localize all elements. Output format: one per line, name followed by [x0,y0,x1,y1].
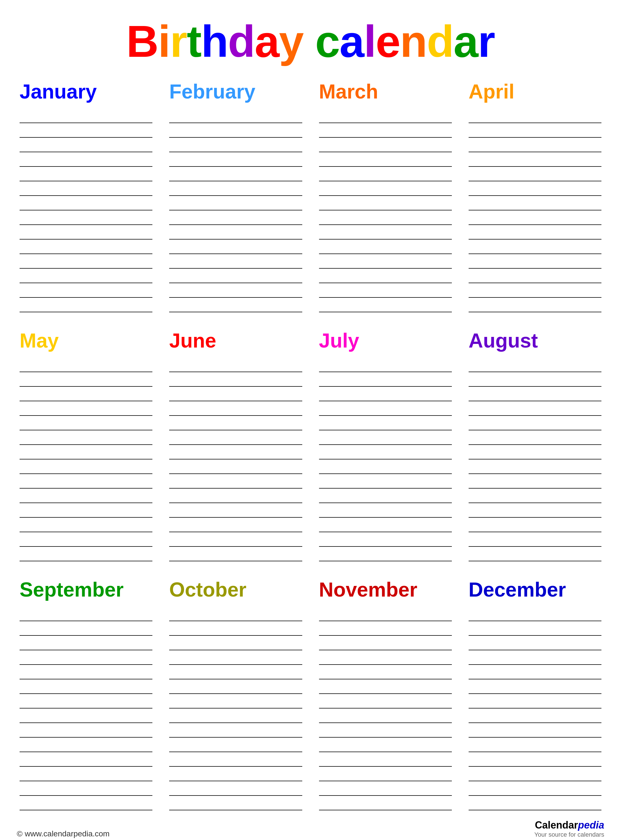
line-item[interactable] [319,532,452,547]
line-item[interactable] [169,489,302,503]
line-item[interactable] [169,283,302,298]
line-item[interactable] [169,679,302,694]
line-item[interactable] [319,225,452,240]
line-item[interactable] [469,781,601,796]
line-item[interactable] [319,430,452,445]
line-item[interactable] [319,152,452,167]
line-item[interactable] [20,225,152,240]
line-item[interactable] [469,621,601,636]
line-item[interactable] [469,225,601,240]
line-item[interactable] [469,181,601,196]
line-item[interactable] [319,694,452,708]
line-item[interactable] [319,210,452,225]
line-item[interactable] [469,796,601,810]
line-item[interactable] [169,358,302,372]
line-item[interactable] [20,665,152,679]
line-item[interactable] [469,416,601,430]
line-item[interactable] [169,752,302,767]
line-item[interactable] [469,269,601,283]
line-item[interactable] [469,752,601,767]
line-item[interactable] [169,532,302,547]
line-item[interactable] [20,489,152,503]
line-item[interactable] [319,767,452,781]
line-item[interactable] [169,694,302,708]
line-item[interactable] [319,781,452,796]
line-item[interactable] [469,152,601,167]
line-item[interactable] [469,607,601,621]
line-item[interactable] [469,298,601,312]
line-item[interactable] [169,416,302,430]
line-item[interactable] [169,298,302,312]
line-item[interactable] [469,459,601,474]
line-item[interactable] [319,503,452,518]
line-item[interactable] [20,532,152,547]
line-item[interactable] [319,298,452,312]
line-item[interactable] [319,138,452,152]
line-item[interactable] [469,694,601,708]
line-item[interactable] [469,708,601,723]
line-item[interactable] [20,679,152,694]
line-item[interactable] [20,518,152,532]
line-item[interactable] [20,152,152,167]
line-item[interactable] [469,167,601,181]
line-item[interactable] [469,123,601,138]
line-item[interactable] [20,767,152,781]
line-item[interactable] [169,723,302,738]
line-item[interactable] [169,767,302,781]
line-item[interactable] [20,401,152,416]
line-item[interactable] [20,283,152,298]
line-item[interactable] [169,665,302,679]
line-item[interactable] [319,474,452,489]
line-item[interactable] [20,181,152,196]
line-item[interactable] [169,109,302,123]
line-item[interactable] [169,796,302,810]
line-item[interactable] [319,387,452,401]
line-item[interactable] [319,796,452,810]
line-item[interactable] [469,283,601,298]
line-item[interactable] [469,445,601,459]
line-item[interactable] [169,445,302,459]
line-item[interactable] [319,621,452,636]
line-item[interactable] [20,708,152,723]
line-item[interactable] [319,269,452,283]
line-item[interactable] [319,167,452,181]
line-item[interactable] [169,621,302,636]
line-item[interactable] [20,445,152,459]
line-item[interactable] [20,459,152,474]
line-item[interactable] [319,401,452,416]
line-item[interactable] [469,372,601,387]
line-item[interactable] [20,474,152,489]
line-item[interactable] [469,109,601,123]
line-item[interactable] [169,387,302,401]
line-item[interactable] [169,152,302,167]
line-item[interactable] [319,607,452,621]
line-item[interactable] [469,650,601,665]
line-item[interactable] [469,240,601,254]
line-item[interactable] [319,109,452,123]
line-item[interactable] [169,167,302,181]
line-item[interactable] [319,181,452,196]
line-item[interactable] [20,752,152,767]
line-item[interactable] [169,372,302,387]
line-item[interactable] [20,621,152,636]
line-item[interactable] [319,738,452,752]
line-item[interactable] [169,225,302,240]
line-item[interactable] [319,358,452,372]
line-item[interactable] [469,503,601,518]
line-item[interactable] [169,269,302,283]
line-item[interactable] [20,210,152,225]
line-item[interactable] [169,474,302,489]
line-item[interactable] [319,283,452,298]
line-item[interactable] [469,210,601,225]
line-item[interactable] [469,254,601,269]
line-item[interactable] [169,240,302,254]
line-item[interactable] [469,358,601,372]
line-item[interactable] [319,254,452,269]
line-item[interactable] [169,196,302,210]
line-item[interactable] [20,723,152,738]
line-item[interactable] [20,650,152,665]
line-item[interactable] [20,607,152,621]
line-item[interactable] [319,416,452,430]
line-item[interactable] [20,167,152,181]
line-item[interactable] [469,518,601,532]
